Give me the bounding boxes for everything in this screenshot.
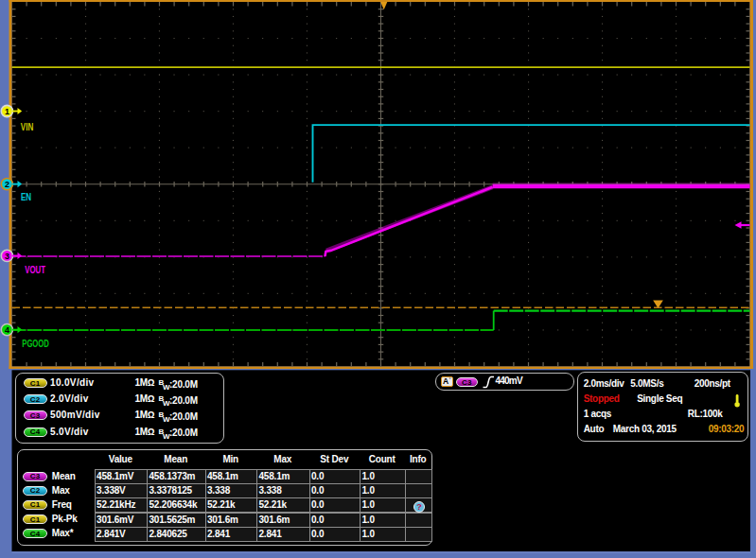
svg-text:VIN: VIN bbox=[21, 121, 34, 132]
svg-text:VOUT: VOUT bbox=[25, 264, 45, 275]
svg-text:EN: EN bbox=[21, 191, 31, 202]
svg-text:2: 2 bbox=[5, 180, 9, 189]
svg-text:3: 3 bbox=[5, 252, 9, 261]
svg-text:PGOOD: PGOOD bbox=[22, 338, 49, 349]
svg-text:4: 4 bbox=[5, 325, 9, 335]
svg-text:1: 1 bbox=[5, 107, 9, 116]
